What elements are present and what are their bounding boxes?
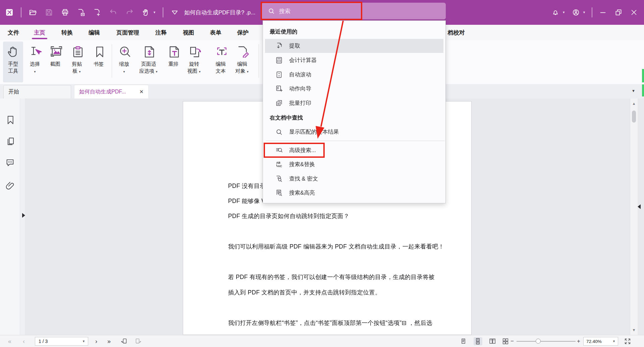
zoom-in-icon[interactable]: + <box>577 335 580 347</box>
tool-hand-tool[interactable]: 手型工具 <box>3 42 23 82</box>
zoom-slider-knob[interactable] <box>536 339 541 344</box>
tab-view[interactable]: 视图 <box>183 25 194 40</box>
search-replace-icon: ABAC <box>275 160 283 168</box>
tool-fit-page-options[interactable]: 页面适应选项▼ <box>137 42 160 82</box>
tool-label: 书签 <box>94 60 104 67</box>
rightpanel-collapse-arrow-icon[interactable] <box>638 204 641 209</box>
tab-protect[interactable]: 保护 <box>237 25 249 40</box>
scrollbar-thumb[interactable] <box>632 111 636 123</box>
rotate-view-icon <box>187 42 201 60</box>
vertical-scrollbar[interactable]: ▲ ▼ <box>630 98 638 335</box>
tool-label: 剪贴 <box>72 60 82 67</box>
layout-facing-icon[interactable] <box>488 337 497 345</box>
previous-view-icon[interactable] <box>120 337 129 345</box>
search-input[interactable]: 搜索 <box>262 3 446 19</box>
tool-bookmark[interactable]: 书签 <box>89 42 109 82</box>
tool-label: 工具 <box>8 67 18 74</box>
window-close-icon[interactable] <box>629 8 639 17</box>
layout-quad-icon[interactable] <box>501 337 510 345</box>
sidebar-expand-arrow-icon[interactable] <box>22 213 25 218</box>
titlebar-quick-actions: ▼ <box>0 7 179 17</box>
hand-pointer-icon[interactable] <box>141 8 150 17</box>
prev-page-icon[interactable]: ‹ <box>23 335 25 347</box>
chevron-down-icon[interactable]: ▼ <box>632 89 635 93</box>
menu-item-accounting-calculator[interactable]: 会计计算器 <box>265 53 443 67</box>
tab-comment[interactable]: 注释 <box>155 25 167 40</box>
tool-label: 文本 <box>216 67 226 74</box>
titlebar-separator <box>163 7 163 17</box>
window-minimize-icon[interactable] <box>598 8 608 17</box>
foxit-logo-icon[interactable] <box>5 8 14 17</box>
menu-item-action-wizard[interactable]: 动作向导 <box>265 82 443 96</box>
tool-zoom[interactable]: 缩放▼ <box>114 42 134 82</box>
menu-item-extract[interactable]: 提取 <box>265 39 443 53</box>
menu-item-batch-print[interactable]: 批量打印 <box>265 96 443 110</box>
tab-proofread-partial[interactable]: 档校对 <box>448 25 465 40</box>
menu-item-auto-scroll[interactable]: 自动滚动 <box>265 68 443 82</box>
tool-reflow[interactable]: 重排 <box>163 42 183 82</box>
tool-rotate-view[interactable]: 旋转视图▼ <box>184 42 204 82</box>
menu-item-search-highlight[interactable]: 搜索&高亮 <box>265 186 443 200</box>
doc-tab-document[interactable]: 如何自动生成PDF...✕ <box>74 85 148 98</box>
tab-file[interactable]: 文件 <box>8 25 19 40</box>
doc-tab-label: 如何自动生成PDF... <box>79 88 126 95</box>
doc-tab-start[interactable]: 开始 <box>3 85 71 98</box>
zoom-out-icon[interactable]: − <box>511 335 514 347</box>
tab-page-manage[interactable]: 页面管理 <box>116 25 139 40</box>
account-icon[interactable] <box>571 8 581 17</box>
tool-clipboard[interactable]: 剪贴板▼ <box>67 42 87 82</box>
zoom-slider-track[interactable] <box>517 341 576 342</box>
autoscroll-icon <box>275 71 283 79</box>
chevron-down-icon[interactable]: ▼ <box>153 11 156 14</box>
tab-edit[interactable]: 编辑 <box>89 25 100 40</box>
tool-edit-object[interactable]: 编辑对象▼ <box>232 42 252 82</box>
comment-panel-icon[interactable] <box>5 157 15 167</box>
tool-select[interactable]: 选择▼ <box>25 42 45 82</box>
folder-open-icon[interactable] <box>28 8 38 17</box>
toolbar-separator <box>112 44 112 78</box>
menu-section-find-in-document: 在文档中查找 <box>270 114 303 122</box>
layout-single-icon[interactable] <box>459 337 468 345</box>
ribbon-collapse-icon[interactable] <box>170 8 179 17</box>
menu-item-find-redact[interactable]: 查找 & 密文 <box>265 172 443 186</box>
print-icon[interactable] <box>60 8 70 17</box>
next-page-icon[interactable]: › <box>95 335 97 347</box>
window-restore-icon[interactable] <box>614 8 623 17</box>
layout-continuous-icon[interactable] <box>474 337 482 345</box>
fullscreen-icon[interactable] <box>623 337 632 345</box>
menu-item-search-replace[interactable]: ABAC搜索&替换 <box>265 157 443 171</box>
first-page-icon[interactable]: « <box>8 335 11 347</box>
attachment-panel-icon[interactable] <box>5 181 15 191</box>
chevron-down-icon[interactable]: ▼ <box>583 11 586 14</box>
menu-item-show-matched-text-results[interactable]: 显示匹配的文本结果 <box>265 125 443 139</box>
document-text-line: 若 PDF 有现有的书签，我们可以创建一个有等级结构的目录，生成的目录将被 <box>228 273 435 281</box>
zoom-level-select[interactable]: 72.40% ▼ <box>583 337 618 346</box>
bell-icon[interactable] <box>551 8 560 17</box>
tab-convert[interactable]: 转换 <box>61 25 73 40</box>
last-page-icon[interactable]: » <box>107 335 111 347</box>
tool-label: ▼ <box>34 67 36 75</box>
next-view-icon[interactable] <box>133 337 142 345</box>
select-cursor-icon <box>28 42 42 60</box>
tool-edit-text[interactable]: 编辑文本 <box>211 42 231 82</box>
find-redact-icon <box>275 175 283 183</box>
menu-item-label: 动作向导 <box>289 85 311 92</box>
zoom-level-value: 72.40% <box>586 339 602 344</box>
tab-home[interactable]: 主页 <box>34 25 45 40</box>
export-page-icon[interactable] <box>76 8 86 17</box>
edit-text-icon <box>214 42 227 60</box>
tab-form[interactable]: 表单 <box>210 25 221 40</box>
edge-highlight-bottom <box>642 84 644 96</box>
scroll-down-icon[interactable]: ▼ <box>632 328 636 332</box>
chevron-down-icon[interactable]: ▼ <box>562 11 565 14</box>
close-icon[interactable]: ✕ <box>139 89 144 95</box>
bookmark-panel-icon[interactable] <box>5 115 15 125</box>
pages-panel-icon[interactable] <box>5 136 15 146</box>
page-number-input[interactable]: 1 / 3 ▼ <box>35 337 88 346</box>
menu-item-advanced-search[interactable]: 高级搜索... <box>265 143 443 157</box>
add-page-icon[interactable] <box>93 8 102 17</box>
tool-label: 编辑 <box>237 60 247 67</box>
scroll-up-icon[interactable]: ▲ <box>632 101 636 106</box>
tool-label: 视图▼ <box>187 67 201 75</box>
tool-snapshot[interactable]: 截图 <box>45 42 65 82</box>
